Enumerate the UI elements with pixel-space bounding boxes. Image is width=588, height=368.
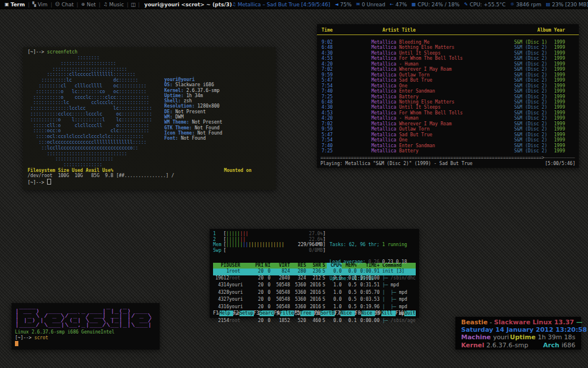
bar-tag-music[interactable]: ♫Music: [103, 2, 124, 7]
meter-label: Swp: [213, 248, 223, 254]
process-row[interactable]: 4327youri2005054853602016S0.00.50:03.53 …: [213, 297, 416, 304]
cell-user: youri: [229, 282, 252, 289]
status-fan: ☼3846 rpm: [510, 2, 541, 7]
meter-1: 1[||||||||27.0%]: [213, 231, 326, 237]
track-artist: Metallica: [341, 78, 396, 83]
track-row[interactable]: 4:30MetallicaUntil It SleepsS&M (Disc 2)…: [317, 105, 579, 110]
beastie-terminal-window[interactable]: ____ _ _ | __ ) ___ __ _ ___| |_(_) ___ …: [11, 303, 160, 350]
track-album: S&M (Disc 2): [514, 72, 547, 78]
track-row[interactable]: 7:54MetallicaOneS&M (Disc 2)1999: [317, 137, 579, 143]
tree-branch: │ ├─: [380, 304, 399, 310]
header-artist-title[interactable]: Artist Title: [382, 28, 416, 33]
track-row[interactable]: 7:02MetallicaWherever I May RoamS&M (Dis…: [317, 67, 579, 72]
fkey-label: SortBy: [320, 310, 335, 316]
track-row[interactable]: 9:02MetallicaBleeding MeS&M (Disc 1)1999: [317, 40, 579, 45]
fkey-quit[interactable]: F10Quit: [396, 310, 416, 316]
fkey-help[interactable]: F1Help: [213, 310, 233, 316]
col-header-pri[interactable]: PRI: [252, 263, 264, 269]
mail-icon: ✉: [356, 2, 360, 7]
cell-user: youri: [229, 290, 252, 297]
track-row[interactable]: 6:48MetallicaNothing Else MattersS&M (Di…: [317, 99, 579, 105]
track-time: 5:47: [322, 78, 341, 83]
beastie-ascii-art: ____ _ _ | __ ) ___ __ _ ___| |_(_) ___ …: [15, 305, 160, 328]
track-row[interactable]: 7:02MetallicaWherever I May RoamS&M (Dis…: [317, 121, 579, 126]
track-title: Enter Sandman: [399, 143, 514, 148]
cell-user: root: [229, 318, 252, 325]
fkey-sortby[interactable]: F6SortBy: [314, 310, 334, 316]
info-line: WM: DWM: [164, 114, 222, 120]
header-time[interactable]: Time: [322, 28, 341, 33]
fkey-number: F7: [335, 310, 341, 316]
fkey-tree[interactable]: F5Tree: [294, 310, 314, 316]
cell-time: 0:03.53: [357, 297, 380, 304]
track-time: 9:02: [322, 40, 341, 45]
header-album-year[interactable]: Album Year: [537, 28, 565, 33]
bar-tag-term[interactable]: ▣Term: [5, 2, 25, 7]
cell-virt: 2040: [270, 275, 290, 282]
htop-stats: Tasks: 62, 96 thr; 1 running Load averag…: [330, 231, 407, 293]
fkey-nice[interactable]: F7Nice -: [335, 310, 355, 316]
fkey-kill[interactable]: F9Kill: [375, 310, 395, 316]
track-row[interactable]: 4:30MetallicaUntil It SleepsS&M (Disc 2)…: [317, 51, 579, 56]
filesystem-header: Filesystem Size Used Avail Use% Mounted …: [28, 168, 271, 173]
col-header-s[interactable]: S: [321, 263, 327, 269]
cell-res: 5360: [290, 282, 306, 289]
player-status-line: Playing: Metallica "S&M (Disc 2)" (1999)…: [317, 160, 579, 167]
tag-label: Term: [11, 2, 25, 7]
track-row[interactable]: 6:48MetallicaNothing Else MattersS&M (Di…: [317, 45, 579, 50]
htop-window[interactable]: 1[||||||||27.0%]2[|||||||22.6%]Mem[|||||…: [210, 229, 419, 318]
meter-bar-segment: ||: [243, 242, 249, 247]
fkey-label: Nice -: [341, 310, 355, 316]
track-year: 1999: [550, 78, 565, 83]
info-label: WM Theme:: [164, 120, 189, 125]
track-row[interactable]: 7:40MetallicaEnter SandmanS&M (Disc 2)19…: [317, 89, 579, 94]
uptime-line: Uptime: 01:39:18: [330, 276, 407, 282]
process-row[interactable]: 2154root2001852520460S0.00.10:00.00 ├─ /…: [213, 318, 416, 325]
fkey-search[interactable]: F3Search: [254, 310, 274, 316]
track-album: S&M (Disc 2): [514, 83, 547, 89]
status-mail-text: 0 Unread: [362, 2, 385, 7]
col-header-virt[interactable]: VIRT: [270, 263, 290, 269]
fkey-filter[interactable]: F4Filter: [274, 310, 294, 316]
track-row[interactable]: 9:59MetallicaOutlaw TornS&M (Disc 2)1999: [317, 126, 579, 132]
fkey-nice[interactable]: F8Nice +: [355, 310, 375, 316]
desktop: { "colors":{ "bar_icon_blue":"#2e73d8","…: [0, 0, 588, 368]
track-row[interactable]: 5:47MetallicaSad But TrueS&M (Disc 2)199…: [317, 78, 579, 83]
bar-tag-net[interactable]: ⊕Net: [81, 2, 96, 7]
layout-icon[interactable]: ◫: [131, 2, 136, 7]
cell-res: 520: [290, 318, 306, 325]
col-header-res[interactable]: RES: [290, 263, 306, 269]
track-artist: Metallica: [341, 116, 396, 121]
track-row[interactable]: 4:20Metallica- HumanS&M (Disc 2)1999: [317, 62, 579, 67]
fkey-setup[interactable]: F2Setup: [233, 310, 253, 316]
screenfetch-terminal-window[interactable]: [~]--> screenfetch :::::::: ::::::::::::…: [23, 47, 276, 190]
track-row[interactable]: 4:53MetallicaFor Whom The Bell TollsS&M …: [317, 110, 579, 116]
track-row[interactable]: 7:54MetallicaOneS&M (Disc 2)1999: [317, 83, 579, 89]
playback-progress-bar[interactable]: ========================================…: [317, 155, 579, 160]
bar-tag-vim[interactable]: ▚Vim: [32, 2, 47, 7]
cell-shr: 460: [306, 318, 321, 325]
info-label: Resolution:: [164, 103, 195, 109]
bar-tags: ▣Term|▚Vim|☺Chat|⊕Net|♫Music|: [3, 2, 130, 7]
track-row[interactable]: 4:53MetallicaFor Whom The Bell TollsS&M …: [317, 56, 579, 61]
track-artist: Metallica: [341, 143, 396, 148]
cell-s: S: [321, 269, 327, 275]
track-year: 1999: [550, 51, 565, 56]
cell-shr: 236: [306, 269, 321, 275]
col-header-user[interactable]: USER: [229, 263, 252, 269]
track-row[interactable]: 9:59MetallicaOutlaw TornS&M (Disc 2)1999: [317, 72, 579, 78]
music-player-window[interactable]: Time Artist Title Album Year 9:02Metalli…: [317, 24, 579, 168]
col-header-shr[interactable]: SHR: [306, 263, 321, 269]
track-row[interactable]: 7:25MetallicaBatteryS&M (Disc 2)1999: [317, 148, 579, 154]
fkey-number: F2: [233, 310, 239, 316]
track-row[interactable]: 4:20Metallica- HumanS&M (Disc 2)1999: [317, 116, 579, 121]
conky-segment: Machine: [461, 334, 493, 341]
col-header-pid[interactable]: PID: [213, 263, 229, 269]
track-artist: Metallica: [341, 137, 396, 143]
col-header-ni[interactable]: NI: [264, 263, 270, 269]
track-row[interactable]: 7:25MetallicaBatteryS&M (Disc 2)1999: [317, 94, 579, 99]
bar-tag-chat[interactable]: ☺Chat: [55, 2, 74, 7]
track-album: S&M (Disc 2): [514, 56, 547, 61]
track-row[interactable]: 5:47MetallicaSad But TrueS&M (Disc 2)199…: [317, 132, 579, 137]
track-row[interactable]: 7:40MetallicaEnter SandmanS&M (Disc 2)19…: [317, 143, 579, 148]
